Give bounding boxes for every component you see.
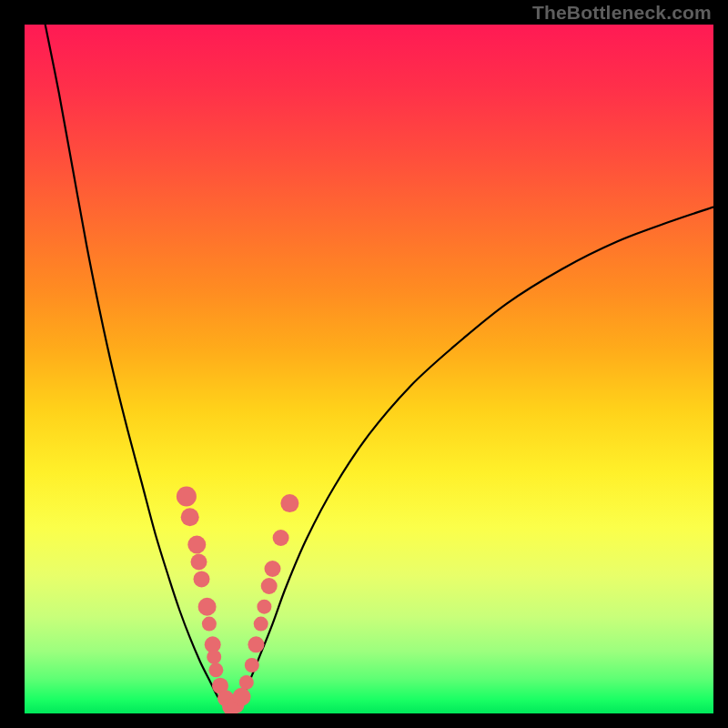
data-marker (273, 530, 289, 546)
data-marker (194, 571, 210, 587)
chart-frame: TheBottleneck.com (0, 0, 728, 728)
data-marker (265, 561, 281, 577)
data-marker (239, 675, 254, 690)
data-marker (245, 658, 259, 672)
data-marker (280, 494, 298, 512)
watermark-text: TheBottleneck.com (532, 2, 712, 24)
data-marker (191, 554, 207, 571)
right-branch-curve (231, 207, 713, 711)
data-marker (254, 617, 268, 632)
data-marker (202, 617, 217, 632)
data-marker (187, 536, 206, 554)
data-marker (177, 487, 197, 507)
data-marker (248, 636, 264, 652)
data-marker (257, 600, 271, 614)
data-marker (207, 650, 221, 664)
data-marker (198, 598, 217, 616)
curve-layer (25, 25, 713, 713)
data-marker (208, 662, 223, 677)
data-marker (233, 688, 251, 706)
plot-area (25, 25, 713, 713)
data-marker (181, 508, 199, 526)
data-marker (261, 578, 278, 594)
